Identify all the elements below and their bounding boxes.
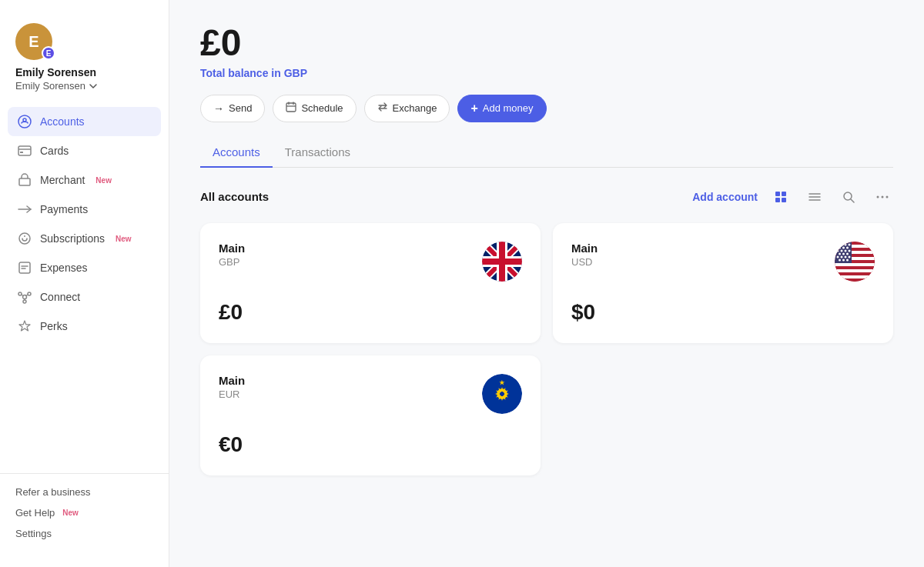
svg-rect-4: [20, 152, 23, 153]
main-header: £0 Total balance in GBP → Send Schedule …: [169, 0, 924, 122]
svg-point-14: [28, 292, 31, 295]
flag-eu: [482, 374, 522, 414]
avatar-badge: E: [42, 46, 55, 60]
card-currency-eur: EUR: [219, 389, 245, 400]
svg-point-69: [845, 255, 847, 258]
svg-point-53: [837, 243, 839, 245]
tabs: Accounts Transactions: [200, 138, 893, 168]
sidebar-item-perks[interactable]: Perks: [8, 312, 161, 341]
svg-line-31: [851, 199, 854, 202]
user-subtitle-button[interactable]: Emily Sorensen: [15, 80, 153, 92]
total-balance: £0: [200, 23, 893, 64]
svg-point-64: [839, 252, 841, 255]
card-info-eur: Main EUR: [219, 374, 245, 400]
merchant-badge: New: [95, 176, 112, 185]
subscriptions-icon: [17, 231, 32, 246]
svg-point-54: [841, 243, 843, 245]
svg-line-17: [26, 295, 28, 296]
svg-point-58: [842, 246, 845, 248]
sidebar-item-payments[interactable]: Payments: [8, 195, 161, 224]
exchange-button[interactable]: Exchange: [364, 95, 450, 122]
svg-rect-5: [19, 178, 30, 185]
refer-business-link[interactable]: Refer a business: [15, 482, 153, 502]
exchange-icon: [377, 102, 388, 115]
balance-label: Total balance in GBP: [200, 67, 893, 79]
svg-point-72: [842, 258, 845, 261]
send-button[interactable]: → Send: [200, 95, 265, 122]
card-balance-usd: $0: [571, 300, 875, 325]
plus-icon: +: [470, 102, 477, 115]
flag-uk: [482, 242, 522, 282]
main-content-area: £0 Total balance in GBP → Send Schedule …: [169, 0, 924, 567]
svg-point-67: [837, 255, 839, 258]
card-name-usd: Main: [571, 242, 598, 255]
svg-rect-48: [835, 269, 875, 272]
sidebar-item-subscriptions[interactable]: Subscriptions New: [8, 224, 161, 253]
sidebar-item-merchant[interactable]: Merchant New: [8, 165, 161, 195]
action-buttons: → Send Schedule Exchange + Add money: [200, 95, 893, 122]
card-info-gbp: Main GBP: [219, 242, 245, 268]
schedule-button[interactable]: Schedule: [273, 95, 356, 122]
send-icon: →: [213, 102, 224, 115]
tab-transactions[interactable]: Transactions: [273, 138, 363, 168]
settings-link[interactable]: Settings: [15, 523, 153, 544]
avatar-wrapper: E E: [15, 23, 52, 60]
sidebar-item-subscriptions-label: Subscriptions: [40, 232, 105, 245]
svg-rect-40: [835, 245, 875, 248]
sidebar-item-cards[interactable]: Cards: [8, 136, 161, 165]
more-options-button[interactable]: [872, 186, 893, 208]
card-info-usd: Main USD: [571, 242, 598, 268]
svg-point-34: [886, 195, 889, 198]
sidebar-item-payments-label: Payments: [40, 203, 88, 215]
svg-point-63: [849, 249, 851, 252]
svg-point-57: [839, 246, 841, 248]
svg-point-56: [849, 243, 851, 245]
svg-rect-50: [835, 275, 875, 278]
svg-rect-39: [835, 242, 875, 245]
account-card-eur[interactable]: Main EUR: [200, 355, 541, 475]
svg-point-55: [845, 243, 847, 245]
account-card-gbp[interactable]: Main GBP: [200, 223, 541, 343]
list-view-button[interactable]: [804, 186, 825, 208]
card-name-eur: Main: [219, 374, 245, 387]
user-section: E E Emily Sorensen Emily Sorensen: [0, 15, 169, 107]
svg-rect-46: [835, 263, 875, 266]
account-card-usd[interactable]: Main USD: [553, 223, 893, 343]
sidebar-item-expenses[interactable]: Expenses: [8, 253, 161, 282]
card-currency-usd: USD: [571, 256, 598, 268]
svg-point-71: [839, 258, 841, 261]
svg-point-15: [23, 300, 26, 303]
svg-rect-25: [775, 198, 780, 202]
svg-point-8: [24, 235, 25, 237]
svg-point-62: [845, 249, 847, 252]
card-balance-gbp: £0: [219, 300, 522, 325]
calendar-icon: [286, 102, 296, 115]
tab-accounts[interactable]: Accounts: [200, 138, 273, 168]
chevron-down-icon: [89, 82, 98, 91]
merchant-icon: [17, 172, 32, 188]
accounts-icon: [17, 114, 32, 129]
svg-point-59: [846, 246, 849, 248]
grid-view-button[interactable]: [770, 186, 792, 208]
all-accounts-title: All accounts: [200, 190, 269, 203]
svg-point-65: [842, 252, 845, 255]
svg-rect-24: [782, 192, 786, 196]
svg-point-60: [837, 249, 839, 252]
get-help-link[interactable]: Get Help New: [15, 502, 153, 523]
add-account-button[interactable]: Add account: [692, 191, 758, 203]
card-top-gbp: Main GBP: [219, 242, 522, 282]
sidebar-item-accounts[interactable]: Accounts: [8, 107, 161, 136]
sidebar-item-connect[interactable]: Connect: [8, 282, 161, 312]
svg-rect-9: [19, 262, 30, 273]
svg-rect-26: [782, 198, 786, 202]
user-name: Emily Sorensen: [15, 66, 153, 78]
svg-point-66: [846, 252, 849, 255]
svg-point-1: [23, 118, 26, 122]
add-money-button[interactable]: + Add money: [457, 95, 546, 122]
search-button[interactable]: [838, 186, 859, 208]
help-badge: New: [62, 509, 79, 517]
flag-us: [835, 242, 875, 282]
card-top-usd: Main USD: [571, 242, 875, 282]
svg-rect-23: [775, 192, 780, 196]
sidebar-item-perks-label: Perks: [40, 320, 68, 332]
